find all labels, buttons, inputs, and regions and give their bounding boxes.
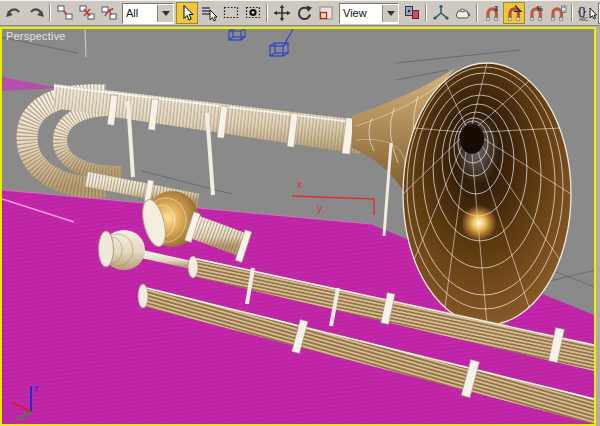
gizmo-y-label: y — [317, 203, 322, 214]
select-object-button[interactable] — [176, 2, 198, 24]
abc-label: ABC — [579, 17, 589, 22]
angle-snap-toggle-button[interactable] — [503, 2, 525, 24]
unlink-selection-button[interactable] — [76, 2, 98, 24]
keyboard-override-icon — [454, 4, 472, 22]
toolbar-separator — [424, 4, 429, 22]
select-and-rotate-button[interactable] — [293, 2, 315, 24]
select-by-name-button[interactable] — [198, 2, 220, 24]
select-and-manipulate-button[interactable] — [430, 2, 452, 24]
unlink-selection-icon — [78, 4, 96, 22]
dropdown-arrow-icon[interactable] — [382, 5, 398, 22]
named-selection-sets-button[interactable]: {} ABC — [576, 2, 598, 24]
toolbar-separator — [475, 4, 480, 22]
angle-snap-toggle-icon — [505, 4, 523, 22]
undo-button[interactable] — [3, 2, 25, 24]
toolbar-separator — [570, 4, 575, 22]
toolbar-separator — [48, 4, 53, 22]
toolbar-separator — [265, 4, 270, 22]
window-crossing-icon — [244, 4, 262, 22]
snap-toggle-3d-button[interactable]: 3 — [481, 2, 503, 24]
select-and-rotate-icon — [295, 4, 313, 22]
selection-filter-dropdown[interactable]: All — [122, 3, 174, 24]
use-pivot-point-center-icon — [403, 4, 421, 22]
use-pivot-point-center-button[interactable] — [401, 2, 423, 24]
select-object-icon — [178, 4, 196, 22]
bell — [403, 63, 571, 325]
keyboard-override-button[interactable] — [452, 2, 474, 24]
select-and-scale-icon — [317, 4, 335, 22]
snap-3d-badge: 3 — [494, 5, 498, 12]
bell-throat — [460, 124, 484, 154]
window-crossing-button[interactable] — [242, 2, 264, 24]
select-and-move-button[interactable] — [271, 2, 293, 24]
spinner-snap-icon — [549, 4, 567, 22]
gizmo-x-label: x — [297, 179, 302, 190]
select-by-name-icon — [200, 4, 218, 22]
percent-snap-button[interactable]: % — [525, 2, 547, 24]
redo-button[interactable] — [25, 2, 47, 24]
bell-specular-highlight — [461, 205, 497, 241]
undo-icon — [5, 4, 23, 22]
select-and-move-icon — [273, 4, 291, 22]
rectangular-selection-region-icon — [222, 4, 240, 22]
percent-snap-icon: % — [527, 4, 545, 22]
viewport-canvas[interactable]: z — [2, 29, 594, 424]
selection-filter-value: All — [123, 7, 157, 19]
world-axis-z-label: z — [34, 383, 39, 393]
dropdown-arrow-icon[interactable] — [157, 5, 173, 22]
bind-to-space-warp-button[interactable] — [98, 2, 120, 24]
select-and-manipulate-icon — [432, 4, 450, 22]
bind-to-space-warp-icon — [100, 4, 118, 22]
snap-toggle-3d-icon: 3 — [483, 4, 501, 22]
spinner-snap-button[interactable] — [547, 2, 569, 24]
snap-percent-badge: % — [537, 5, 544, 12]
select-and-scale-button[interactable] — [315, 2, 337, 24]
select-and-link-button[interactable] — [54, 2, 76, 24]
braces-glyph: {} — [578, 6, 586, 17]
main-toolbar: All — [0, 0, 600, 26]
application-window: { "toolbar": { "selection_filter_value":… — [0, 0, 600, 426]
redo-icon — [27, 4, 45, 22]
reference-coordinate-value: View — [340, 7, 382, 19]
viewport-perspective[interactable]: Perspective — [0, 27, 596, 426]
rectangular-selection-region-button[interactable] — [220, 2, 242, 24]
named-selection-sets-icon: {} ABC — [577, 4, 597, 22]
select-and-link-icon — [56, 4, 74, 22]
viewport-label[interactable]: Perspective — [6, 30, 66, 42]
reference-coordinate-dropdown[interactable]: View — [339, 3, 399, 24]
